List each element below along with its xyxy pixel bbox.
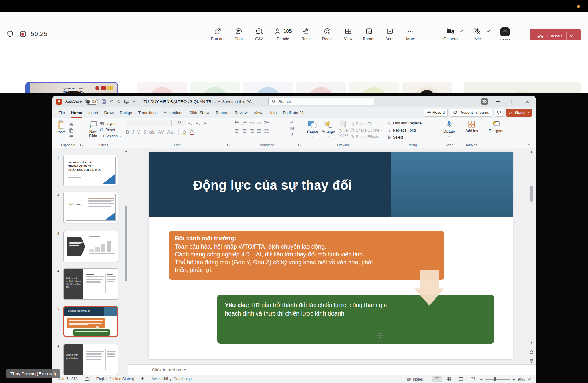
thumbnail-slide-3[interactable] xyxy=(63,231,118,262)
language-indicator[interactable]: English (United States) xyxy=(96,377,134,381)
quick-styles-button[interactable]: Quick Styles xyxy=(336,120,350,138)
justify-icon[interactable] xyxy=(256,128,262,134)
thumbnail-slide-6[interactable]: Quản trị nhân sự chiến lược xyxy=(63,344,118,375)
tab-draw[interactable]: Draw xyxy=(101,107,117,118)
shrink-font-icon[interactable]: A▼ xyxy=(195,121,202,125)
change-case-button[interactable]: Aa⌄ xyxy=(167,129,175,135)
view-reading-button[interactable] xyxy=(456,376,466,382)
next-slide-button[interactable] xyxy=(530,359,533,363)
apps-button[interactable]: Apps xyxy=(383,27,397,41)
comments-button[interactable] xyxy=(495,109,503,117)
camera-button[interactable]: Camera xyxy=(443,27,458,41)
tab-file[interactable]: File xyxy=(55,107,68,118)
share-document-button[interactable]: Share xyxy=(506,109,532,117)
shape-outline-button[interactable]: Shape Outline⌄ xyxy=(350,127,383,133)
bullets-icon[interactable] xyxy=(234,120,240,126)
scroll-thumb[interactable] xyxy=(530,186,533,202)
tab-record[interactable]: Record xyxy=(213,107,232,118)
pop-out-button[interactable]: Pop out xyxy=(211,27,225,41)
replace-fonts-button[interactable]: AReplace Fonts xyxy=(387,127,437,133)
leave-chevron-icon[interactable] xyxy=(570,35,574,37)
font-color-button[interactable]: A xyxy=(190,129,194,135)
clear-formatting-icon[interactable]: A✎ xyxy=(203,121,209,125)
view-normal-button[interactable] xyxy=(432,376,442,382)
thumbnail-slide-5-selected[interactable]: Động lực của sự thay đổi xyxy=(63,306,118,337)
tab-design[interactable]: Design xyxy=(117,107,135,118)
font-name-input[interactable] xyxy=(126,120,172,126)
zoom-slider[interactable] xyxy=(485,379,510,380)
tab-help[interactable]: Help xyxy=(265,107,280,118)
dialog-launcher-icon[interactable] xyxy=(227,144,230,147)
scroll-up-icon[interactable]: ▲ xyxy=(530,150,533,154)
align-center-icon[interactable] xyxy=(241,128,248,134)
slide-number-indicator[interactable]: Slide 5 of 18 xyxy=(57,377,78,381)
thumbnail-slide-2[interactable]: Nội dung xyxy=(63,192,118,223)
tab-insert[interactable]: Insert xyxy=(85,107,101,118)
tab-endnote[interactable]: EndNote 21 xyxy=(280,107,307,118)
tab-transitions[interactable]: Transitions xyxy=(135,107,160,118)
close-button[interactable]: × xyxy=(522,97,533,106)
quick-access-chevron-icon[interactable] xyxy=(133,101,135,103)
redo-icon[interactable]: ↻ xyxy=(117,99,121,104)
proofing-icon[interactable] xyxy=(85,377,90,381)
paste-button[interactable]: Paste⌄ xyxy=(55,120,67,140)
minimize-button[interactable] xyxy=(493,97,503,106)
restore-button[interactable] xyxy=(507,97,518,106)
tab-animations[interactable]: Animations xyxy=(161,107,187,118)
collapse-ribbon-icon[interactable] xyxy=(527,144,531,146)
numbering-icon[interactable]: 123 xyxy=(241,120,248,126)
tab-view[interactable]: View xyxy=(251,107,265,118)
scroll-down-icon[interactable]: ▼ xyxy=(530,340,533,345)
raise-hand-button[interactable]: Raise xyxy=(300,27,314,41)
smartart-icon[interactable]: ⌄ xyxy=(290,132,297,137)
search-box[interactable]: Search xyxy=(268,98,374,105)
text-direction-icon[interactable]: ⌄ xyxy=(290,120,297,124)
undo-icon[interactable]: ↶ xyxy=(110,99,114,104)
select-button[interactable]: Select⌄ xyxy=(387,134,437,140)
character-spacing-button[interactable]: AV xyxy=(158,129,164,135)
tab-review[interactable]: Review xyxy=(232,107,251,118)
tab-home[interactable]: Home xyxy=(68,107,85,118)
dialog-launcher-icon[interactable] xyxy=(80,144,83,147)
camera-chevron-icon[interactable] xyxy=(459,30,463,33)
rooms-button[interactable]: Rooms xyxy=(362,27,376,41)
fit-slide-button[interactable] xyxy=(528,377,533,381)
zoom-out-button[interactable]: − xyxy=(480,377,483,382)
save-icon[interactable] xyxy=(101,99,106,104)
accessibility-icon[interactable] xyxy=(141,377,145,381)
mic-button[interactable]: Mic xyxy=(470,27,484,41)
saved-status[interactable]: Saved to this PC xyxy=(222,99,252,104)
people-button[interactable]: 105 People xyxy=(273,27,293,41)
shape-fill-button[interactable]: Shape Fill⌄ xyxy=(350,121,383,127)
dictate-button[interactable]: Dictate⌄ xyxy=(442,120,456,138)
columns-icon[interactable] xyxy=(263,128,270,134)
slide-canvas[interactable]: Động lực của sự thay đổi Bối cảnh môi tr… xyxy=(149,152,513,359)
dialog-launcher-icon[interactable] xyxy=(381,144,384,147)
reset-button[interactable]: Reset xyxy=(100,127,121,133)
zoom-level[interactable]: 90% xyxy=(518,377,525,381)
arrange-button[interactable]: Arrange⌄ xyxy=(320,120,337,138)
thumbs-scrollbar[interactable] xyxy=(125,206,127,281)
cut-icon[interactable] xyxy=(68,121,75,127)
new-slide-button[interactable]: New Slide⌄ xyxy=(87,120,99,143)
zoom-slider-thumb[interactable] xyxy=(494,377,496,381)
font-size-input[interactable]: 15 xyxy=(173,120,186,126)
notes-placeholder[interactable]: Click to add notes xyxy=(152,367,187,372)
line-spacing-icon[interactable] xyxy=(263,120,270,126)
italic-button[interactable]: I xyxy=(132,129,134,135)
autosave-toggle[interactable]: Off xyxy=(85,99,98,105)
designer-button[interactable]: Designer xyxy=(487,120,505,134)
shapes-button[interactable]: Shapes⌄ xyxy=(305,120,320,138)
more-button[interactable]: More xyxy=(404,27,418,41)
view-button[interactable]: View xyxy=(341,27,355,41)
strikethrough-button[interactable]: ab xyxy=(149,129,155,135)
bold-button[interactable]: B xyxy=(126,129,129,135)
highlight-button[interactable] xyxy=(182,130,187,135)
indent-decrease-icon[interactable] xyxy=(248,120,255,126)
accessibility-status[interactable]: Accessibility: Good to go xyxy=(151,377,191,381)
shadow-button[interactable]: S xyxy=(144,129,146,135)
section-button[interactable]: Section⌄ xyxy=(100,133,121,139)
find-replace-button[interactable]: Find and Replace xyxy=(387,120,437,126)
view-slideshow-button[interactable] xyxy=(468,376,477,382)
start-slideshow-icon[interactable] xyxy=(124,99,129,104)
